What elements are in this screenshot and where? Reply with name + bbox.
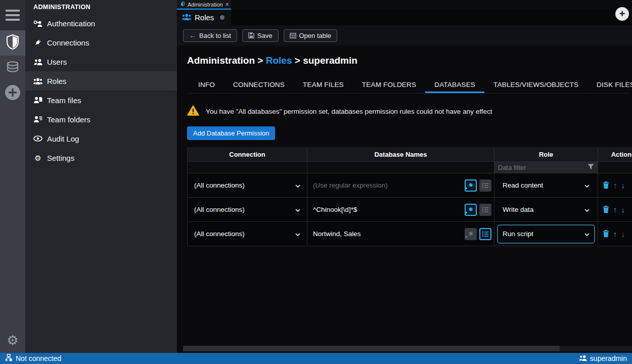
connection-select[interactable]: (All connections) xyxy=(188,230,307,238)
breadcrumb-section[interactable]: Roles xyxy=(266,55,292,66)
sidebar-item-label: Team files xyxy=(47,96,81,105)
chevron-down-icon xyxy=(584,181,590,189)
modified-dot-indicator xyxy=(220,15,224,20)
tab-disk-files[interactable]: DISK FILES xyxy=(588,77,632,93)
filter-funnel-icon[interactable] xyxy=(588,163,594,172)
open-table-button[interactable]: Open table xyxy=(284,29,338,42)
connection-cell: (All connections) xyxy=(188,173,307,198)
move-up-icon[interactable]: ↑ xyxy=(613,206,617,213)
sidebar-item-label: Connections xyxy=(47,38,89,47)
role-filter-cell xyxy=(494,162,598,173)
regex-mode-toggle[interactable]: ✱ xyxy=(465,228,477,240)
gear-icon: ⚙ xyxy=(33,154,42,162)
list-mode-toggle[interactable] xyxy=(479,179,491,192)
rail-item-new-connection[interactable] xyxy=(0,81,25,106)
database-icon xyxy=(6,61,19,75)
sidebar-item-audit-log[interactable]: Audit Log xyxy=(25,129,177,148)
roles-icon xyxy=(182,13,191,22)
permission-row: (All connections) ^Chinook[\d]*$ ✱ W xyxy=(188,198,632,222)
tab-administration[interactable]: Administration × xyxy=(177,0,231,10)
warning-text: You have "All databases" permission set,… xyxy=(206,108,492,115)
tab-team-files[interactable]: TEAM FILES xyxy=(294,77,353,93)
move-up-icon[interactable]: ↑ xyxy=(613,230,617,238)
regex-mode-toggle[interactable]: ✱ xyxy=(465,204,477,216)
add-database-permission-button[interactable]: Add Database Permission xyxy=(187,126,275,140)
horizontal-scrollbar[interactable] xyxy=(183,346,632,351)
shield-icon xyxy=(6,34,19,52)
tab-team-folders[interactable]: TEAM FOLDERS xyxy=(353,77,425,93)
tab-tables-views-objects[interactable]: TABLES/VIEWS/OBJECTS xyxy=(484,77,588,93)
database-names-input[interactable]: ^Chinook[\d]*$ xyxy=(307,206,465,213)
tab-info[interactable]: INFO xyxy=(189,77,224,93)
sidebar-item-team-folders[interactable]: Team folders xyxy=(25,110,177,129)
scrollbar-thumb[interactable] xyxy=(183,346,560,351)
role-filter-input[interactable] xyxy=(498,164,585,171)
sidebar-item-settings[interactable]: ⚙ Settings xyxy=(25,148,177,167)
connection-cell: (All connections) xyxy=(188,222,307,246)
table-header-row: Connection Database Names Role Actions xyxy=(188,147,632,162)
sidebar-item-authentication[interactable]: Authentication xyxy=(25,14,177,33)
role-cell: Read content xyxy=(494,173,598,198)
breadcrumb-item: superadmin xyxy=(303,55,357,66)
breadcrumb-root: Administration xyxy=(187,55,255,66)
tab-databases[interactable]: DATABASES xyxy=(425,77,484,93)
sidebar-item-label: Authentication xyxy=(47,19,95,28)
user-file-icon xyxy=(33,97,42,104)
connection-select[interactable]: (All connections) xyxy=(188,181,307,189)
roles-detail-page: Administration > Roles > superadmin INFO… xyxy=(177,46,632,345)
sidebar-item-connections[interactable]: Connections xyxy=(25,33,177,52)
sidebar-item-label: Users xyxy=(47,58,67,66)
current-user[interactable]: superadmin xyxy=(579,354,627,362)
toolbar: ← Back to list Save Open table xyxy=(177,25,632,46)
chevron-down-icon xyxy=(295,181,300,189)
doc-tab-label: Roles xyxy=(195,13,214,22)
connection-select[interactable]: (All connections) xyxy=(188,206,307,213)
regex-mode-toggle[interactable]: ✱ xyxy=(465,179,477,192)
warning-banner: You have "All databases" permission set,… xyxy=(187,105,632,117)
hamburger-menu-button[interactable] xyxy=(0,0,25,30)
warning-triangle-icon xyxy=(187,105,199,117)
database-names-cell: (Use regular expression) ✱ xyxy=(307,173,494,198)
rail-item-administration[interactable] xyxy=(0,30,25,56)
permission-row: (All connections) (Use regular expressio… xyxy=(188,173,632,198)
role-cell: Run script xyxy=(494,222,598,246)
database-names-input[interactable]: Nortwind, Sales xyxy=(307,230,465,238)
sidebar-item-roles[interactable]: Roles xyxy=(25,71,177,90)
doc-tab-bar: Roles xyxy=(177,10,632,25)
status-bar: Not connected superadmin xyxy=(0,353,632,364)
close-icon[interactable]: × xyxy=(225,2,229,8)
back-to-list-button[interactable]: ← Back to list xyxy=(183,29,237,42)
role-select[interactable]: Read content xyxy=(497,176,595,195)
role-select[interactable]: Run script xyxy=(497,224,595,244)
delete-row-icon[interactable] xyxy=(603,181,609,189)
move-down-icon[interactable]: ↓ xyxy=(621,181,625,189)
main-area: Administration × Roles + ← Back to list … xyxy=(177,0,632,353)
list-mode-toggle[interactable] xyxy=(479,228,491,240)
tab-title: Administration xyxy=(188,2,223,8)
disconnected-icon xyxy=(5,354,13,363)
add-tab-button[interactable]: + xyxy=(615,7,629,21)
settings-gear-button[interactable]: ⚙ xyxy=(0,334,25,347)
move-down-icon[interactable]: ↓ xyxy=(621,206,625,213)
database-names-input[interactable]: (Use regular expression) xyxy=(307,181,465,189)
tab-connections[interactable]: CONNECTIONS xyxy=(224,77,294,93)
sidebar-item-users[interactable]: Users xyxy=(25,52,177,71)
arrow-left-icon: ← xyxy=(189,32,196,39)
role-select[interactable]: Write data xyxy=(497,200,595,219)
user-list-icon xyxy=(33,116,42,123)
list-mode-toggle[interactable] xyxy=(479,204,491,216)
actions-cell: ↑ ↓ xyxy=(598,222,632,246)
actions-cell: ↑ ↓ xyxy=(598,198,632,222)
doc-tab-roles[interactable]: Roles xyxy=(177,10,231,25)
users-icon xyxy=(33,59,42,65)
save-button[interactable]: Save xyxy=(242,29,279,42)
window-tab-bar: Administration × xyxy=(177,0,632,10)
delete-row-icon[interactable] xyxy=(603,206,609,213)
delete-row-icon[interactable] xyxy=(603,230,609,238)
role-cell: Write data xyxy=(494,198,598,222)
connection-status-text: Not connected xyxy=(16,354,61,362)
actions-cell: ↑ ↓ xyxy=(598,173,632,198)
sidebar-item-team-files[interactable]: Team files xyxy=(25,90,177,110)
permission-row: (All connections) Nortwind, Sales ✱ xyxy=(188,222,632,246)
rail-item-database[interactable] xyxy=(0,56,25,81)
